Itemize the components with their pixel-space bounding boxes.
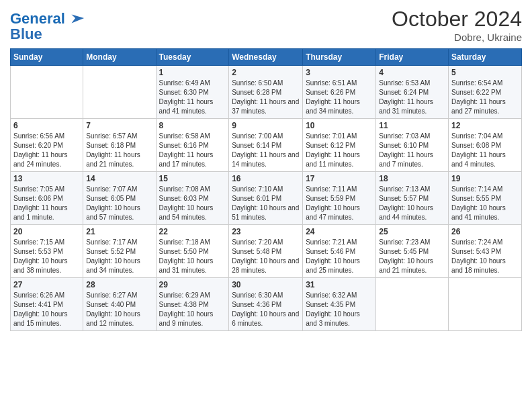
day-info: Sunrise: 7:20 AMSunset: 5:48 PMDaylight:… xyxy=(232,238,300,275)
day-number: 5 xyxy=(451,68,519,77)
day-info: Sunrise: 6:26 AMSunset: 4:41 PMDaylight:… xyxy=(13,291,80,328)
calendar-cell: 19Sunrise: 7:14 AMSunset: 5:55 PMDayligh… xyxy=(449,172,522,225)
calendar-week-2: 6Sunrise: 6:56 AMSunset: 6:20 PMDaylight… xyxy=(11,119,522,172)
day-info: Sunrise: 6:50 AMSunset: 6:28 PMDaylight:… xyxy=(232,79,300,116)
day-info: Sunrise: 7:11 AMSunset: 5:59 PMDaylight:… xyxy=(306,185,373,222)
calendar-week-4: 20Sunrise: 7:15 AMSunset: 5:53 PMDayligh… xyxy=(11,225,522,278)
day-number: 26 xyxy=(451,227,519,236)
day-number: 25 xyxy=(379,227,445,236)
day-info: Sunrise: 7:13 AMSunset: 5:57 PMDaylight:… xyxy=(379,185,445,222)
calendar-cell: 5Sunrise: 6:54 AMSunset: 6:22 PMDaylight… xyxy=(449,66,522,119)
calendar-cell: 12Sunrise: 7:04 AMSunset: 6:08 PMDayligh… xyxy=(449,119,522,172)
day-number: 15 xyxy=(159,174,226,183)
calendar-cell: 15Sunrise: 7:08 AMSunset: 6:03 PMDayligh… xyxy=(156,172,229,225)
day-info: Sunrise: 7:21 AMSunset: 5:46 PMDaylight:… xyxy=(306,238,373,275)
calendar-cell: 6Sunrise: 6:56 AMSunset: 6:20 PMDaylight… xyxy=(11,119,83,172)
day-number: 12 xyxy=(451,121,519,130)
day-number: 28 xyxy=(86,280,152,289)
calendar-cell: 28Sunrise: 6:27 AMSunset: 4:40 PMDayligh… xyxy=(83,278,156,331)
day-number: 17 xyxy=(306,174,373,183)
calendar-cell: 13Sunrise: 7:05 AMSunset: 6:06 PMDayligh… xyxy=(11,172,83,225)
calendar-cell: 20Sunrise: 7:15 AMSunset: 5:53 PMDayligh… xyxy=(11,225,83,278)
calendar-cell: 27Sunrise: 6:26 AMSunset: 4:41 PMDayligh… xyxy=(11,278,83,331)
day-info: Sunrise: 7:18 AMSunset: 5:50 PMDaylight:… xyxy=(159,238,226,275)
day-number: 6 xyxy=(13,121,80,130)
day-number: 9 xyxy=(232,121,300,130)
calendar-week-1: 1Sunrise: 6:49 AMSunset: 6:30 PMDaylight… xyxy=(11,66,522,119)
calendar-cell: 9Sunrise: 7:00 AMSunset: 6:14 PMDaylight… xyxy=(229,119,303,172)
calendar-cell: 14Sunrise: 7:07 AMSunset: 6:05 PMDayligh… xyxy=(83,172,156,225)
day-info: Sunrise: 6:58 AMSunset: 6:16 PMDaylight:… xyxy=(159,132,226,169)
day-info: Sunrise: 6:51 AMSunset: 6:26 PMDaylight:… xyxy=(306,79,373,116)
day-number: 30 xyxy=(232,280,300,289)
day-info: Sunrise: 6:27 AMSunset: 4:40 PMDaylight:… xyxy=(86,291,152,328)
day-info: Sunrise: 7:14 AMSunset: 5:55 PMDaylight:… xyxy=(451,185,519,222)
day-info: Sunrise: 7:03 AMSunset: 6:10 PMDaylight:… xyxy=(379,132,445,169)
day-number: 27 xyxy=(13,280,80,289)
calendar-cell: 22Sunrise: 7:18 AMSunset: 5:50 PMDayligh… xyxy=(156,225,229,278)
day-info: Sunrise: 7:23 AMSunset: 5:45 PMDaylight:… xyxy=(379,238,445,275)
calendar-cell: 16Sunrise: 7:10 AMSunset: 6:01 PMDayligh… xyxy=(229,172,303,225)
day-info: Sunrise: 7:07 AMSunset: 6:05 PMDaylight:… xyxy=(86,185,152,222)
calendar-cell: 11Sunrise: 7:03 AMSunset: 6:10 PMDayligh… xyxy=(376,119,449,172)
calendar-cell: 4Sunrise: 6:53 AMSunset: 6:24 PMDaylight… xyxy=(376,66,449,119)
title-block: October 2024 Dobre, Ukraine xyxy=(392,7,522,43)
header-thursday: Thursday xyxy=(303,49,376,66)
day-info: Sunrise: 6:30 AMSunset: 4:36 PMDaylight:… xyxy=(232,291,300,328)
day-number: 8 xyxy=(159,121,226,130)
calendar-cell: 17Sunrise: 7:11 AMSunset: 5:59 PMDayligh… xyxy=(303,172,376,225)
day-number: 3 xyxy=(306,68,373,77)
header-wednesday: Wednesday xyxy=(229,49,303,66)
day-info: Sunrise: 7:10 AMSunset: 6:01 PMDaylight:… xyxy=(232,185,300,222)
day-number: 11 xyxy=(379,121,445,130)
day-info: Sunrise: 7:24 AMSunset: 5:43 PMDaylight:… xyxy=(451,238,519,275)
calendar-cell: 23Sunrise: 7:20 AMSunset: 5:48 PMDayligh… xyxy=(229,225,303,278)
day-info: Sunrise: 7:08 AMSunset: 6:03 PMDaylight:… xyxy=(159,185,226,222)
day-info: Sunrise: 6:29 AMSunset: 4:38 PMDaylight:… xyxy=(159,291,226,328)
logo-icon xyxy=(66,9,85,28)
calendar-cell xyxy=(449,278,522,331)
calendar-cell: 30Sunrise: 6:30 AMSunset: 4:36 PMDayligh… xyxy=(229,278,303,331)
day-number: 13 xyxy=(13,174,80,183)
day-number: 14 xyxy=(86,174,152,183)
day-number: 18 xyxy=(379,174,445,183)
logo-text: General xyxy=(10,11,65,27)
day-info: Sunrise: 6:56 AMSunset: 6:20 PMDaylight:… xyxy=(13,132,80,169)
day-number: 24 xyxy=(306,227,373,236)
calendar-cell: 10Sunrise: 7:01 AMSunset: 6:12 PMDayligh… xyxy=(303,119,376,172)
day-info: Sunrise: 6:54 AMSunset: 6:22 PMDaylight:… xyxy=(451,79,519,116)
calendar-cell: 21Sunrise: 7:17 AMSunset: 5:52 PMDayligh… xyxy=(83,225,156,278)
calendar-cell xyxy=(83,66,156,119)
calendar-cell: 1Sunrise: 6:49 AMSunset: 6:30 PMDaylight… xyxy=(156,66,229,119)
day-info: Sunrise: 7:15 AMSunset: 5:53 PMDaylight:… xyxy=(13,238,80,275)
header-monday: Monday xyxy=(83,49,156,66)
day-number: 4 xyxy=(379,68,445,77)
calendar-cell: 3Sunrise: 6:51 AMSunset: 6:26 PMDaylight… xyxy=(303,66,376,119)
header-sunday: Sunday xyxy=(11,49,83,66)
day-info: Sunrise: 6:32 AMSunset: 4:35 PMDaylight:… xyxy=(306,291,373,328)
day-number: 10 xyxy=(306,121,373,130)
calendar-week-5: 27Sunrise: 6:26 AMSunset: 4:41 PMDayligh… xyxy=(11,278,522,331)
page-header: General Blue October 2024 Dobre, Ukraine xyxy=(10,7,522,43)
day-info: Sunrise: 7:17 AMSunset: 5:52 PMDaylight:… xyxy=(86,238,152,275)
day-number: 2 xyxy=(232,68,300,77)
calendar-cell: 25Sunrise: 7:23 AMSunset: 5:45 PMDayligh… xyxy=(376,225,449,278)
logo: General Blue xyxy=(10,9,85,43)
day-info: Sunrise: 6:49 AMSunset: 6:30 PMDaylight:… xyxy=(159,79,226,116)
day-info: Sunrise: 6:57 AMSunset: 6:18 PMDaylight:… xyxy=(86,132,152,169)
calendar-week-3: 13Sunrise: 7:05 AMSunset: 6:06 PMDayligh… xyxy=(11,172,522,225)
day-number: 23 xyxy=(232,227,300,236)
day-number: 20 xyxy=(13,227,80,236)
header-saturday: Saturday xyxy=(449,49,522,66)
day-number: 1 xyxy=(159,68,226,77)
calendar-cell: 18Sunrise: 7:13 AMSunset: 5:57 PMDayligh… xyxy=(376,172,449,225)
calendar-header-row: Sunday Monday Tuesday Wednesday Thursday… xyxy=(11,49,522,66)
day-number: 29 xyxy=(159,280,226,289)
calendar-cell xyxy=(11,66,83,119)
day-info: Sunrise: 7:04 AMSunset: 6:08 PMDaylight:… xyxy=(451,132,519,169)
calendar-cell: 31Sunrise: 6:32 AMSunset: 4:35 PMDayligh… xyxy=(303,278,376,331)
calendar-cell: 26Sunrise: 7:24 AMSunset: 5:43 PMDayligh… xyxy=(449,225,522,278)
day-info: Sunrise: 6:53 AMSunset: 6:24 PMDaylight:… xyxy=(379,79,445,116)
day-number: 31 xyxy=(306,280,373,289)
calendar: Sunday Monday Tuesday Wednesday Thursday… xyxy=(10,48,522,331)
